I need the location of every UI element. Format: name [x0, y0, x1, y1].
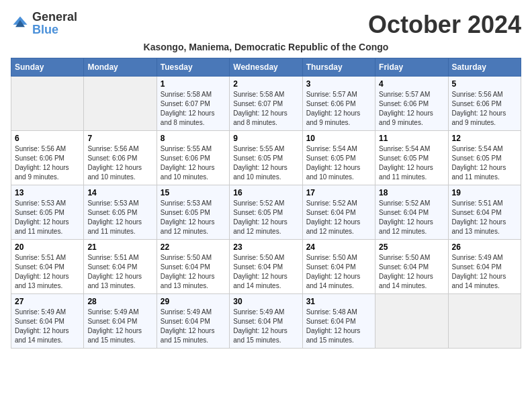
logo-text-blue: Blue: [32, 23, 58, 36]
calendar-cell: 25Sunrise: 5:50 AMSunset: 6:04 PMDayligh…: [375, 240, 448, 294]
day-number: 21: [87, 242, 152, 252]
day-info: Sunrise: 5:53 AMSunset: 6:05 PMDaylight:…: [161, 199, 226, 236]
day-info: Sunrise: 5:52 AMSunset: 6:04 PMDaylight:…: [379, 199, 444, 236]
header-friday: Friday: [375, 58, 448, 77]
calendar-table: SundayMondayTuesdayWednesdayThursdayFrid…: [11, 58, 521, 349]
day-number: 28: [87, 297, 152, 306]
week-row-3: 13Sunrise: 5:53 AMSunset: 6:05 PMDayligh…: [11, 185, 521, 240]
calendar-cell: 26Sunrise: 5:49 AMSunset: 6:04 PMDayligh…: [448, 240, 521, 294]
day-info: Sunrise: 5:51 AMSunset: 6:04 PMDaylight:…: [15, 253, 80, 291]
page-subtitle: Kasongo, Maniema, Democratic Republic of…: [11, 42, 521, 52]
calendar-cell: 1Sunrise: 5:58 AMSunset: 6:07 PMDaylight…: [157, 77, 229, 131]
day-number: 25: [379, 242, 444, 252]
day-number: 12: [452, 134, 517, 143]
day-number: 30: [233, 297, 298, 306]
calendar-cell: [11, 77, 84, 131]
day-info: Sunrise: 5:53 AMSunset: 6:05 PMDaylight:…: [87, 199, 152, 236]
calendar-cell: 23Sunrise: 5:50 AMSunset: 6:04 PMDayligh…: [230, 240, 302, 294]
week-row-2: 6Sunrise: 5:56 AMSunset: 6:06 PMDaylight…: [11, 131, 521, 185]
day-number: 15: [161, 188, 226, 197]
logo: General Blue: [11, 11, 77, 36]
day-info: Sunrise: 5:55 AMSunset: 6:05 PMDaylight:…: [233, 144, 298, 182]
day-number: 24: [306, 242, 371, 252]
day-number: 4: [379, 79, 444, 89]
day-number: 22: [161, 242, 226, 252]
day-number: 10: [306, 134, 371, 143]
day-info: Sunrise: 5:55 AMSunset: 6:06 PMDaylight:…: [161, 144, 226, 182]
calendar-cell: 28Sunrise: 5:49 AMSunset: 6:04 PMDayligh…: [84, 294, 157, 349]
header-thursday: Thursday: [302, 58, 375, 77]
calendar-cell: 5Sunrise: 5:56 AMSunset: 6:06 PMDaylight…: [448, 77, 521, 131]
day-info: Sunrise: 5:54 AMSunset: 6:05 PMDaylight:…: [306, 144, 371, 182]
day-number: 13: [15, 188, 80, 197]
calendar-cell: 2Sunrise: 5:58 AMSunset: 6:07 PMDaylight…: [230, 77, 302, 131]
day-info: Sunrise: 5:54 AMSunset: 6:05 PMDaylight:…: [379, 144, 444, 182]
day-number: 23: [233, 242, 298, 252]
calendar-cell: 24Sunrise: 5:50 AMSunset: 6:04 PMDayligh…: [302, 240, 375, 294]
day-number: 16: [233, 188, 298, 197]
day-number: 17: [306, 188, 371, 197]
day-number: 3: [306, 79, 371, 89]
day-info: Sunrise: 5:52 AMSunset: 6:04 PMDaylight:…: [306, 199, 371, 236]
day-info: Sunrise: 5:58 AMSunset: 6:07 PMDaylight:…: [161, 90, 226, 128]
calendar-cell: 17Sunrise: 5:52 AMSunset: 6:04 PMDayligh…: [302, 185, 375, 240]
calendar-cell: 19Sunrise: 5:51 AMSunset: 6:04 PMDayligh…: [448, 185, 521, 240]
day-info: Sunrise: 5:50 AMSunset: 6:04 PMDaylight:…: [161, 253, 226, 291]
day-info: Sunrise: 5:50 AMSunset: 6:04 PMDaylight:…: [233, 253, 298, 291]
day-info: Sunrise: 5:56 AMSunset: 6:06 PMDaylight:…: [452, 90, 517, 128]
calendar-cell: 9Sunrise: 5:55 AMSunset: 6:05 PMDaylight…: [230, 131, 302, 185]
day-number: 7: [87, 134, 152, 143]
header-tuesday: Tuesday: [157, 58, 229, 77]
day-info: Sunrise: 5:50 AMSunset: 6:04 PMDaylight:…: [379, 253, 444, 291]
calendar-cell: 3Sunrise: 5:57 AMSunset: 6:06 PMDaylight…: [302, 77, 375, 131]
day-number: 19: [452, 188, 517, 197]
day-number: 5: [452, 79, 517, 89]
calendar-cell: 7Sunrise: 5:56 AMSunset: 6:06 PMDaylight…: [84, 131, 157, 185]
calendar-cell: [84, 77, 157, 131]
day-info: Sunrise: 5:49 AMSunset: 6:04 PMDaylight:…: [161, 308, 226, 345]
day-info: Sunrise: 5:49 AMSunset: 6:04 PMDaylight:…: [15, 308, 80, 345]
day-number: 9: [233, 134, 298, 143]
day-info: Sunrise: 5:58 AMSunset: 6:07 PMDaylight:…: [233, 90, 298, 128]
calendar-cell: 14Sunrise: 5:53 AMSunset: 6:05 PMDayligh…: [84, 185, 157, 240]
calendar-cell: 6Sunrise: 5:56 AMSunset: 6:06 PMDaylight…: [11, 131, 84, 185]
calendar-cell: 21Sunrise: 5:51 AMSunset: 6:04 PMDayligh…: [84, 240, 157, 294]
header-saturday: Saturday: [448, 58, 521, 77]
week-row-1: 1Sunrise: 5:58 AMSunset: 6:07 PMDaylight…: [11, 77, 521, 131]
calendar-cell: 30Sunrise: 5:49 AMSunset: 6:04 PMDayligh…: [230, 294, 302, 349]
header-sunday: Sunday: [11, 58, 84, 77]
day-info: Sunrise: 5:49 AMSunset: 6:04 PMDaylight:…: [233, 308, 298, 345]
day-number: 29: [161, 297, 226, 306]
day-number: 14: [87, 188, 152, 197]
day-info: Sunrise: 5:54 AMSunset: 6:05 PMDaylight:…: [452, 144, 517, 182]
calendar-cell: 27Sunrise: 5:49 AMSunset: 6:04 PMDayligh…: [11, 294, 84, 349]
calendar-cell: 10Sunrise: 5:54 AMSunset: 6:05 PMDayligh…: [302, 131, 375, 185]
calendar-cell: 12Sunrise: 5:54 AMSunset: 6:05 PMDayligh…: [448, 131, 521, 185]
calendar-cell: [448, 294, 521, 349]
calendar-cell: 13Sunrise: 5:53 AMSunset: 6:05 PMDayligh…: [11, 185, 84, 240]
day-info: Sunrise: 5:50 AMSunset: 6:04 PMDaylight:…: [306, 253, 371, 291]
day-info: Sunrise: 5:49 AMSunset: 6:04 PMDaylight:…: [87, 308, 152, 345]
calendar-cell: 4Sunrise: 5:57 AMSunset: 6:06 PMDaylight…: [375, 77, 448, 131]
day-number: 27: [15, 297, 80, 306]
calendar-cell: 22Sunrise: 5:50 AMSunset: 6:04 PMDayligh…: [157, 240, 229, 294]
day-info: Sunrise: 5:51 AMSunset: 6:04 PMDaylight:…: [87, 253, 152, 291]
day-info: Sunrise: 5:49 AMSunset: 6:04 PMDaylight:…: [452, 253, 517, 291]
calendar-cell: [375, 294, 448, 349]
week-row-5: 27Sunrise: 5:49 AMSunset: 6:04 PMDayligh…: [11, 294, 521, 349]
day-number: 8: [161, 134, 226, 143]
day-info: Sunrise: 5:52 AMSunset: 6:05 PMDaylight:…: [233, 199, 298, 236]
calendar-cell: 8Sunrise: 5:55 AMSunset: 6:06 PMDaylight…: [157, 131, 229, 185]
day-number: 31: [306, 297, 371, 306]
calendar-cell: 15Sunrise: 5:53 AMSunset: 6:05 PMDayligh…: [157, 185, 229, 240]
header-wednesday: Wednesday: [230, 58, 302, 77]
calendar-cell: 31Sunrise: 5:48 AMSunset: 6:04 PMDayligh…: [302, 294, 375, 349]
day-info: Sunrise: 5:51 AMSunset: 6:04 PMDaylight:…: [452, 199, 517, 236]
day-number: 1: [161, 79, 226, 89]
day-info: Sunrise: 5:56 AMSunset: 6:06 PMDaylight:…: [15, 144, 80, 182]
calendar-cell: 18Sunrise: 5:52 AMSunset: 6:04 PMDayligh…: [375, 185, 448, 240]
day-info: Sunrise: 5:48 AMSunset: 6:04 PMDaylight:…: [306, 308, 371, 345]
day-info: Sunrise: 5:56 AMSunset: 6:06 PMDaylight:…: [87, 144, 152, 182]
day-number: 26: [452, 242, 517, 252]
day-info: Sunrise: 5:57 AMSunset: 6:06 PMDaylight:…: [306, 90, 371, 128]
